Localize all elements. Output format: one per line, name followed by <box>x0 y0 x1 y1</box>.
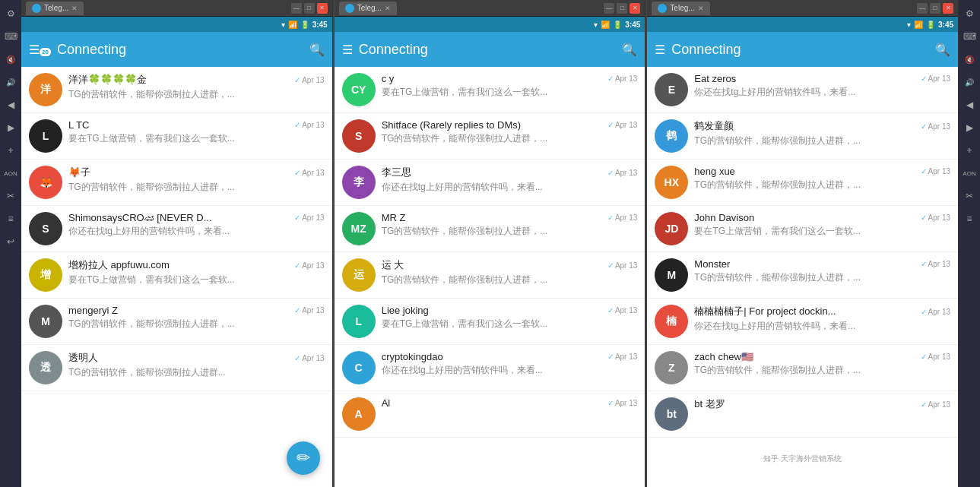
chat-item[interactable]: 李李三思✓ Apr 13你还在找tg上好用的营销软件吗，来看... <box>335 160 645 206</box>
chat-list-2: CYc y✓ Apr 13要在TG上做营销，需有我们这么一套软...SShitf… <box>335 67 645 487</box>
chat-item[interactable]: LL TC✓ Apr 13要在TG上做营销，需有我们这么一套软... <box>21 113 332 160</box>
chat-name: bt 老罗 <box>694 397 725 411</box>
chat-name: 李三思 <box>382 166 411 179</box>
search-icon-1[interactable]: 🔍 <box>309 43 325 57</box>
toolbar-icon-1[interactable]: ⚙ <box>3 6 18 21</box>
chat-time: ✓ Apr 13 <box>921 213 950 222</box>
toolbar-icon-3[interactable]: 🔇 <box>3 52 18 67</box>
menu-icon-1[interactable]: ☰20 <box>29 43 51 57</box>
chat-item[interactable]: btbt 老罗✓ Apr 13 <box>647 391 958 438</box>
search-icon-2[interactable]: 🔍 <box>622 43 637 57</box>
chat-name: Eat zeros <box>694 73 736 84</box>
avatar: bt <box>655 397 688 431</box>
chat-top: 🦊子✓ Apr 13 <box>68 166 325 179</box>
tab-3[interactable]: Teleg... ✕ <box>652 2 709 15</box>
right-toolbar-icon-3[interactable]: 🔇 <box>962 52 977 67</box>
chat-top: Shitface (Rarely replies to DMs)✓ Apr 13 <box>382 119 638 131</box>
right-toolbar-icon-2[interactable]: ⌨ <box>962 29 977 44</box>
chat-item[interactable]: 🦊🦊子✓ Apr 13TG的营销软件，能帮你强制拉人进群，... <box>21 160 332 206</box>
maximize-btn-1[interactable]: □ <box>304 3 315 14</box>
chat-time: ✓ Apr 13 <box>294 76 324 84</box>
tab-close-3[interactable]: ✕ <box>698 5 704 12</box>
chat-name: L TC <box>68 119 89 131</box>
chat-item[interactable]: 楠楠楠楠楠子| For project dockin...✓ Apr 13你还在… <box>647 299 958 345</box>
chat-top: 楠楠楠楠子| For project dockin...✓ Apr 13 <box>694 305 950 318</box>
badge-1: 20 <box>40 48 51 56</box>
tg-header-2: ☰ Connecting 🔍 <box>335 32 645 67</box>
chat-item[interactable]: SShimonsaysCRO🏎 [NEVER D...✓ Apr 13你还在找t… <box>21 206 332 252</box>
compose-fab-1[interactable]: ✏ <box>287 441 320 475</box>
chat-top: Al✓ Apr 13 <box>382 397 638 409</box>
chat-message: 你还在找tg上好用的营销软件吗，来看... <box>382 364 638 377</box>
chat-item[interactable]: Mmengeryi Z✓ Apr 13TG的营销软件，能帮你强制拉人进群，... <box>21 299 332 345</box>
minimize-btn-1[interactable]: — <box>291 3 302 14</box>
header-title-2: Connecting <box>359 42 617 58</box>
tab-1[interactable]: Teleg... ✕ <box>26 2 84 15</box>
toolbar-icon-11[interactable]: ↩ <box>3 234 18 249</box>
chat-time: ✓ Apr 13 <box>294 354 324 362</box>
chat-item[interactable]: 鹤鹤发童颜✓ Apr 13TG的营销软件，能帮你强制拉人进群，... <box>647 113 958 160</box>
chat-item[interactable]: 洋洋洋🍀🍀🍀🍀金✓ Apr 13TG的营销软件，能帮你强制拉人进群，... <box>21 67 332 113</box>
check-icon: ✓ <box>607 261 614 270</box>
search-icon-3[interactable]: 🔍 <box>935 43 950 57</box>
chat-item[interactable]: Zzach chew🇺🇸✓ Apr 13TG的营销软件，能帮你强制拉人进群，..… <box>647 345 958 391</box>
right-toolbar-icon-10[interactable]: ≡ <box>962 211 977 226</box>
chat-time: ✓ Apr 13 <box>607 399 637 407</box>
tab-close-2[interactable]: ✕ <box>385 5 391 12</box>
chat-content: cryptokingdao✓ Apr 13你还在找tg上好用的营销软件吗，来看.… <box>382 351 638 377</box>
right-toolbar-icon-4[interactable]: 🔊 <box>962 74 977 90</box>
chat-item[interactable]: MMonster✓ Apr 13TG的营销软件，能帮你强制拉人进群，... <box>647 252 958 299</box>
toolbar-icon-10[interactable]: ≡ <box>3 211 18 226</box>
minimize-btn-2[interactable]: — <box>604 3 614 14</box>
chat-item[interactable]: MZMR Z✓ Apr 13TG的营销软件，能帮你强制拉人进群，... <box>335 206 645 252</box>
chat-name: 运 大 <box>382 258 404 272</box>
toolbar-icon-9[interactable]: ✂ <box>3 188 18 204</box>
toolbar-icon-5[interactable]: ◀ <box>3 97 18 112</box>
maximize-btn-2[interactable]: □ <box>617 3 627 14</box>
chat-time: ✓ Apr 13 <box>921 353 950 361</box>
chat-item[interactable]: EEat zeros✓ Apr 13你还在找tg上好用的营销软件吗，来看... <box>647 67 958 113</box>
chat-item[interactable]: JDJohn Davison✓ Apr 13要在TG上做营销，需有我们这么一套软… <box>647 206 958 252</box>
chat-content: mengeryi Z✓ Apr 13TG的营销软件，能帮你强制拉人进群，... <box>68 305 325 330</box>
menu-icon-3[interactable]: ☰ <box>655 43 665 57</box>
chat-item[interactable]: AAl✓ Apr 13 <box>335 391 645 438</box>
chat-item[interactable]: 增增粉拉人 appfuwu.com✓ Apr 13要在TG上做营销，需有我们这么… <box>21 252 332 299</box>
menu-icon-2[interactable]: ☰ <box>342 43 353 57</box>
right-toolbar-icon-9[interactable]: ✂ <box>962 188 977 204</box>
browser-controls-2: — □ ✕ <box>604 3 640 14</box>
toolbar-icon-6[interactable]: ▶ <box>3 120 18 135</box>
close-btn-2[interactable]: ✕ <box>630 3 640 14</box>
tab-close-1[interactable]: ✕ <box>71 5 78 12</box>
tab-2[interactable]: Teleg... ✕ <box>339 2 397 15</box>
check-icon: ✓ <box>921 213 927 222</box>
maximize-btn-3[interactable]: □ <box>930 3 940 14</box>
toolbar-icon-7[interactable]: + <box>3 143 18 158</box>
chat-top: L TC✓ Apr 13 <box>68 119 325 131</box>
avatar: 洋 <box>29 73 62 106</box>
minimize-btn-3[interactable]: — <box>917 3 928 14</box>
right-toolbar-icon-7[interactable]: + <box>962 143 977 158</box>
right-toolbar-icon-5[interactable]: ◀ <box>962 97 977 112</box>
time-3: 3:45 <box>938 21 953 29</box>
right-toolbar-icon-1[interactable]: ⚙ <box>962 6 977 21</box>
chat-content: Monster✓ Apr 13TG的营销软件，能帮你强制拉人进群，... <box>694 258 950 284</box>
chat-item[interactable]: SShitface (Rarely replies to DMs)✓ Apr 1… <box>335 113 645 160</box>
chat-item[interactable]: 运运 大✓ Apr 13TG的营销软件，能帮你强制拉人进群，... <box>335 252 645 299</box>
chat-item[interactable]: CYc y✓ Apr 13要在TG上做营销，需有我们这么一套软... <box>335 67 645 113</box>
chat-item[interactable]: HXheng xue✓ Apr 13TG的营销软件，能帮你强制拉人进群，... <box>647 160 958 206</box>
chat-item[interactable]: LLiee joking✓ Apr 13要在TG上做营销，需有我们这么一套软..… <box>335 299 645 345</box>
chat-name: mengeryi Z <box>68 305 118 316</box>
toolbar-icon-2[interactable]: ⌨ <box>3 29 18 44</box>
close-btn-1[interactable]: ✕ <box>317 3 328 14</box>
chat-item[interactable]: Ccryptokingdao✓ Apr 13你还在找tg上好用的营销软件吗，来看… <box>335 345 645 391</box>
close-btn-3[interactable]: ✕ <box>943 3 953 14</box>
avatar: 🦊 <box>29 166 62 199</box>
toolbar-icon-4[interactable]: 🔊 <box>3 74 18 90</box>
chat-item[interactable]: 透透明人✓ Apr 13TG的营销软件，能帮你强制拉人进群... <box>21 345 332 391</box>
phone-panel-1: Teleg... ✕ — □ ✕ ▾ 📶 🔋 3:45 ☰20 Connecti… <box>21 0 333 487</box>
chat-content: bt 老罗✓ Apr 13 <box>694 397 950 413</box>
check-icon: ✓ <box>921 74 927 83</box>
right-toolbar-icon-6[interactable]: ▶ <box>962 120 977 135</box>
browser-bar-3: Teleg... ✕ — □ ✕ <box>647 0 958 17</box>
chat-content: Shitface (Rarely replies to DMs)✓ Apr 13… <box>382 119 638 145</box>
